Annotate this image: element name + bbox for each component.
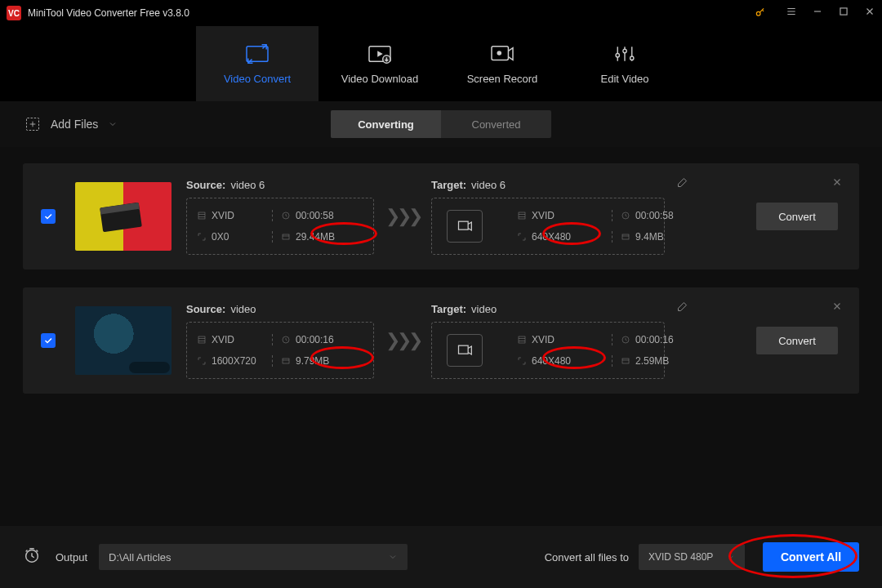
size-cell: 9.4MB <box>612 231 654 243</box>
svg-point-7 <box>497 51 502 56</box>
status-segment: Converting Converted <box>331 110 551 138</box>
maximize-icon[interactable] <box>838 6 849 20</box>
arrow-icon: ❯❯❯ <box>385 206 420 227</box>
codec-cell: XVID <box>197 210 269 221</box>
add-files-label: Add Files <box>51 118 98 131</box>
svg-rect-14 <box>283 234 289 239</box>
size-cell: 2.59MB <box>612 355 654 367</box>
add-files-button[interactable]: Add Files <box>24 116 118 132</box>
video-thumbnail[interactable] <box>75 182 172 251</box>
svg-rect-2 <box>247 46 268 61</box>
file-row: Source:video 6 XVID 00:00:58 0X0 29.44MB… <box>23 163 859 270</box>
size-cell: 9.79MB <box>272 355 363 367</box>
row-checkbox[interactable] <box>41 333 56 348</box>
codec-cell: XVID <box>197 334 269 345</box>
svg-rect-12 <box>198 212 205 219</box>
duration-cell: 00:00:58 <box>612 210 654 221</box>
app-title: MiniTool Video Converter Free v3.8.0 <box>28 7 755 19</box>
schedule-icon[interactable] <box>23 546 41 568</box>
source-info: XVID 00:00:58 0X0 29.44MB <box>186 198 374 255</box>
duration-cell: 00:00:16 <box>272 334 363 345</box>
edit-target-icon[interactable] <box>676 176 688 192</box>
svg-point-8 <box>616 53 619 56</box>
svg-rect-25 <box>622 359 629 363</box>
edit-target-icon[interactable] <box>676 301 688 316</box>
app-logo-icon: VC <box>7 6 21 20</box>
output-path-dropdown[interactable]: D:\All Articles <box>99 544 408 570</box>
svg-rect-22 <box>519 336 525 343</box>
svg-rect-21 <box>283 359 289 363</box>
source-label: Source:video 6 <box>186 179 374 191</box>
chevron-down-icon <box>388 552 398 562</box>
target-format-value: XVID SD 480P <box>648 551 713 563</box>
main-tabs: Video Convert Video Download Screen Reco… <box>0 26 882 101</box>
convert-button[interactable]: Convert <box>756 327 838 354</box>
svg-rect-1 <box>840 8 847 15</box>
chevron-down-icon <box>727 553 735 561</box>
svg-rect-18 <box>622 234 629 239</box>
file-list: Source:video 6 XVID 00:00:58 0X0 29.44MB… <box>0 147 882 410</box>
target-info: XVID 00:00:16 640X480 2.59MB <box>431 322 665 379</box>
tab-label: Edit Video <box>600 73 648 85</box>
resolution-cell: 640X480 <box>517 355 608 367</box>
output-path-value: D:\All Articles <box>109 551 172 564</box>
sub-toolbar: Add Files Converting Converted <box>0 101 882 147</box>
source-label: Source:video <box>186 303 374 315</box>
svg-marker-4 <box>377 51 383 56</box>
window-controls <box>755 6 875 20</box>
codec-cell: XVID <box>517 210 608 221</box>
bottom-bar: Output D:\All Articles Convert all files… <box>0 526 882 588</box>
svg-point-10 <box>630 56 634 60</box>
tab-video-convert[interactable]: Video Convert <box>196 26 318 101</box>
tab-screen-record[interactable]: Screen Record <box>441 26 564 101</box>
arrow-icon: ❯❯❯ <box>385 330 420 351</box>
codec-cell: XVID <box>517 334 608 345</box>
convert-all-to-label: Convert all files to <box>545 551 629 564</box>
svg-rect-15 <box>519 212 525 219</box>
target-label: Target:video <box>431 303 665 315</box>
svg-rect-19 <box>198 336 205 343</box>
size-cell: 29.44MB <box>272 231 363 243</box>
tab-edit-video[interactable]: Edit Video <box>564 26 686 101</box>
close-icon[interactable] <box>864 6 875 20</box>
minimize-icon[interactable] <box>812 6 823 20</box>
svg-point-9 <box>623 49 626 52</box>
svg-rect-24 <box>459 345 469 354</box>
duration-cell: 00:00:16 <box>612 334 654 345</box>
source-info: XVID 00:00:16 1600X720 9.79MB <box>186 322 374 379</box>
remove-row-icon[interactable] <box>831 176 843 191</box>
duration-cell: 00:00:58 <box>272 210 363 221</box>
seg-converting[interactable]: Converting <box>331 110 441 138</box>
target-label: Target:video 6 <box>431 179 665 191</box>
tab-label: Video Download <box>341 73 418 85</box>
resolution-cell: 0X0 <box>197 231 269 243</box>
resolution-cell: 640X480 <box>517 231 608 243</box>
output-label: Output <box>56 551 87 564</box>
tab-video-download[interactable]: Video Download <box>318 26 441 101</box>
menu-icon[interactable] <box>786 6 797 20</box>
target-info: XVID 00:00:58 640X480 9.4MB <box>431 198 665 255</box>
format-settings-button[interactable] <box>447 210 483 243</box>
row-checkbox[interactable] <box>41 209 56 224</box>
upgrade-key-icon[interactable] <box>755 7 766 20</box>
title-bar: VC MiniTool Video Converter Free v3.8.0 <box>0 0 882 26</box>
tab-label: Screen Record <box>467 73 538 85</box>
tab-label: Video Convert <box>224 73 291 85</box>
format-settings-button[interactable] <box>447 334 483 367</box>
convert-all-button[interactable]: Convert All <box>763 542 859 572</box>
target-format-dropdown[interactable]: XVID SD 480P <box>639 544 745 570</box>
file-row: Source:video XVID 00:00:16 1600X720 9.79… <box>23 287 859 394</box>
remove-row-icon[interactable] <box>831 301 843 315</box>
video-thumbnail[interactable] <box>75 306 172 375</box>
seg-converted[interactable]: Converted <box>441 110 551 138</box>
chevron-down-icon <box>108 119 118 129</box>
resolution-cell: 1600X720 <box>197 355 269 367</box>
convert-button[interactable]: Convert <box>756 203 838 230</box>
svg-rect-17 <box>459 221 469 229</box>
